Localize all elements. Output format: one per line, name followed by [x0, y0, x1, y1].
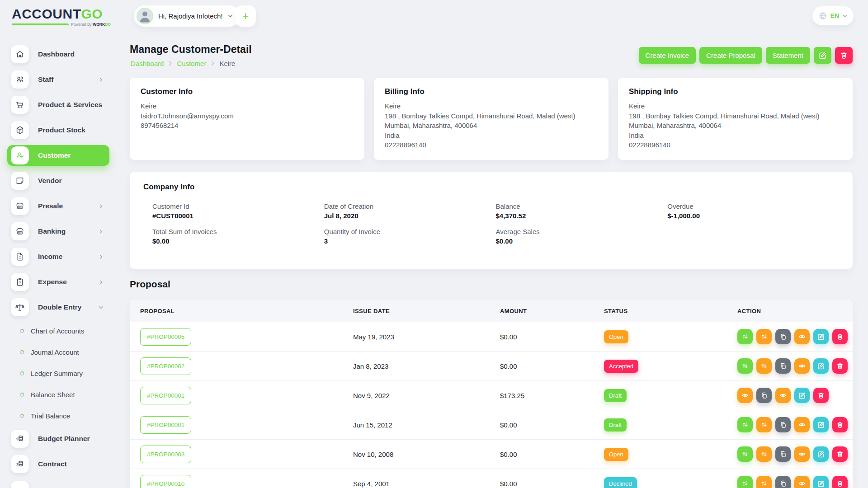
proposal-number-link[interactable]: #PROP00001: [140, 387, 191, 404]
sidebar-item-label: Double Entry: [38, 303, 81, 311]
billing-info-card: Billing Info Keire198 , Bombay Talkies C…: [374, 78, 609, 160]
sidebar-item-income[interactable]: Income: [7, 246, 109, 267]
page-actions: Create Invoice Create Proposal Statement: [639, 47, 853, 64]
edit-icon: [817, 421, 825, 428]
copy-link-button[interactable]: [775, 446, 791, 462]
edit-customer-button[interactable]: [814, 47, 831, 64]
view-button[interactable]: [737, 388, 753, 403]
column-header-action: ACTION: [737, 308, 853, 314]
duplicate-button[interactable]: [756, 329, 772, 344]
copy-link-button[interactable]: [775, 417, 791, 432]
eye-icon: [798, 333, 806, 340]
proposal-number-link[interactable]: #PROP00002: [140, 357, 191, 375]
user-menu[interactable]: Hi, Rajodiya Infotech!: [134, 5, 240, 27]
home-icon: [15, 49, 25, 59]
info-line: IsidroTJohnson@armyspy.com: [141, 111, 354, 121]
sidebar-item-vendor[interactable]: Vendor: [7, 170, 109, 191]
delete-customer-button[interactable]: [835, 47, 853, 64]
proposal-number-link[interactable]: #PROP00003: [140, 446, 191, 463]
create-proposal-button[interactable]: Create Proposal: [699, 47, 762, 64]
language-code: EN: [830, 12, 839, 19]
bank-icon: [15, 201, 25, 211]
sidebar-subitem-label: Ledger Summary: [31, 370, 83, 377]
company-field-customer-id: Customer Id #CUST00001: [152, 202, 324, 220]
duplicate-button[interactable]: [756, 446, 772, 462]
sidebar-subitem-journal-account[interactable]: Journal Account: [7, 343, 118, 361]
sidebar-item-staff[interactable]: Staff: [7, 69, 109, 90]
sidebar-item-dashboard[interactable]: Dashboard: [7, 44, 109, 65]
convert-button[interactable]: [737, 446, 753, 462]
preview-button[interactable]: [794, 358, 810, 374]
edit-button[interactable]: [813, 446, 829, 462]
preview-button[interactable]: [794, 446, 810, 462]
sidebar-subitem-balance-sheet[interactable]: Balance Sheet: [7, 386, 118, 403]
proposal-table-row: #PROP00003 Nov 10, 2008 $0.00 Open: [130, 440, 853, 469]
statement-button[interactable]: Statement: [766, 47, 810, 64]
breadcrumb-dashboard-link[interactable]: Dashboard: [131, 60, 164, 67]
sidebar-item-banking[interactable]: Banking: [7, 221, 109, 242]
sidebar-item-product-and-services[interactable]: Product & Services: [7, 94, 109, 115]
sidebar-subitem-chart-of-accounts[interactable]: Chart of Accounts: [7, 322, 118, 339]
chevron-down-icon: [228, 14, 233, 18]
copy-link-button[interactable]: [775, 358, 791, 374]
delete-button[interactable]: [832, 329, 848, 344]
sidebar-subitem-ledger-summary[interactable]: Ledger Summary: [7, 365, 118, 382]
column-header-amount: AMOUNT: [500, 308, 604, 314]
copy-link-button[interactable]: [775, 476, 791, 488]
sidebar-item-product-stock[interactable]: Product Stock: [7, 120, 109, 141]
breadcrumb-customer-link[interactable]: Customer: [177, 60, 206, 67]
info-line: Keire: [629, 101, 842, 111]
delete-button[interactable]: [813, 388, 829, 403]
breadcrumb: Dashboard Customer Keire: [131, 60, 235, 67]
delete-button[interactable]: [832, 476, 848, 488]
swap-arrows-icon: [760, 480, 768, 487]
duplicate-button[interactable]: [756, 358, 772, 374]
proposal-number-link[interactable]: #PROP00005: [140, 328, 191, 346]
sidebar-item-double-entry[interactable]: Double Entry: [7, 297, 109, 318]
sidebar-item-label: Staff: [38, 75, 53, 84]
copy-link-button[interactable]: [756, 388, 772, 403]
create-invoice-button[interactable]: Create Invoice: [639, 47, 696, 64]
company-info-card: Company Info Customer Id #CUST00001 Date…: [130, 172, 853, 269]
sidebar-item-contract[interactable]: $ Contract: [7, 454, 109, 474]
edit-button[interactable]: [813, 329, 829, 344]
language-selector[interactable]: EN: [812, 6, 854, 25]
duplicate-button[interactable]: [756, 476, 772, 488]
add-workspace-button[interactable]: +: [235, 5, 256, 27]
preview-button[interactable]: [775, 388, 791, 403]
convert-button[interactable]: [737, 358, 753, 374]
delete-button[interactable]: [832, 417, 848, 432]
edit-icon: [817, 480, 825, 487]
preview-button[interactable]: [794, 417, 810, 432]
sidebar-subitem-trial-balance[interactable]: Trial Balance: [7, 407, 118, 424]
preview-button[interactable]: [794, 476, 810, 488]
edit-button[interactable]: [813, 358, 829, 374]
copy-link-button[interactable]: [775, 329, 791, 344]
delete-button[interactable]: [832, 446, 848, 462]
preview-button[interactable]: [794, 329, 810, 344]
edit-icon: [817, 362, 825, 370]
delete-button[interactable]: [832, 358, 848, 374]
sidebar-item-customer[interactable]: Customer: [7, 145, 109, 166]
edit-button[interactable]: [794, 388, 810, 403]
sidebar: Dashboard Staff Product & Services Produ…: [0, 44, 118, 488]
proposal-number-link[interactable]: #PROP00001: [140, 416, 191, 434]
sidebar-item-presale[interactable]: Presale: [7, 196, 109, 216]
status-badge: Open: [604, 448, 628, 461]
clipboard-dollar-icon: $: [15, 277, 25, 287]
globe-icon: [819, 12, 827, 20]
sidebar-item-partial: [11, 481, 29, 488]
edit-button[interactable]: [813, 417, 829, 432]
eye-icon: [741, 392, 749, 399]
proposal-number-link[interactable]: #PROP00010: [140, 475, 191, 488]
duplicate-button[interactable]: [756, 417, 772, 432]
column-header-issue-date: ISSUE DATE: [353, 308, 500, 314]
amount-cell: $0.00: [500, 421, 604, 429]
proposal-table-row: #PROP00005 May 19, 2023 $0.00 Open: [130, 322, 853, 352]
sidebar-item-budget-planner[interactable]: $ Budget Planner: [7, 428, 109, 449]
sidebar-item-expense[interactable]: $ Expense: [7, 272, 109, 292]
convert-button[interactable]: [737, 417, 753, 432]
convert-button[interactable]: [737, 476, 753, 488]
edit-button[interactable]: [813, 476, 829, 488]
convert-button[interactable]: [737, 329, 753, 344]
